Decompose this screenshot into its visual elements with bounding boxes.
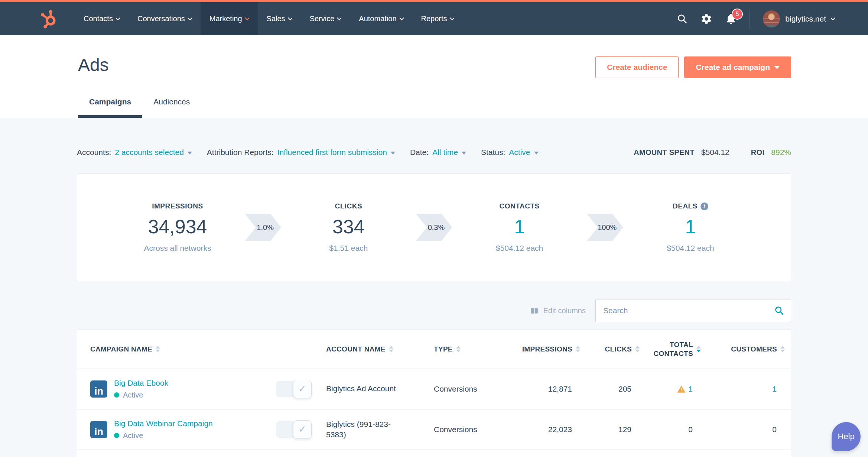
conversion-rate-arrow: 100%	[587, 214, 623, 241]
impressions-cell: 22,023	[519, 425, 586, 434]
rate-value: 100%	[598, 223, 617, 232]
search-icon	[677, 13, 688, 25]
page-header: Ads Create audience Create ad campaign C…	[0, 35, 868, 118]
metric-clicks: CLICKS 334 $1.51 each	[293, 202, 404, 253]
chevron-down-icon	[450, 16, 455, 20]
date-filter-value: All time	[432, 148, 458, 157]
column-header-customers[interactable]: CUSTOMERS	[707, 335, 791, 364]
create-ad-campaign-label: Create ad campaign	[696, 63, 770, 72]
status-filter-value: Active	[509, 148, 530, 157]
settings-button[interactable]	[700, 13, 712, 25]
campaign-active-toggle[interactable]: ✓	[276, 381, 309, 397]
metric-sub: Across all networks	[122, 244, 233, 253]
chevron-down-icon	[288, 16, 293, 20]
linkedin-icon: in	[90, 380, 107, 398]
caret-down-icon	[391, 152, 395, 155]
help-button[interactable]: Help	[832, 422, 861, 451]
metric-sub: $504.12 each	[464, 244, 575, 253]
type-cell: Conversions	[434, 385, 519, 393]
metric-label: IMPRESSIONS	[122, 202, 233, 210]
tab-audiences[interactable]: Audiences	[142, 97, 201, 118]
sort-icon	[389, 346, 393, 352]
edit-columns-label: Edit columns	[543, 307, 586, 315]
gear-icon	[700, 13, 712, 25]
metric-value: 1	[464, 215, 575, 238]
top-nav: Contacts Conversations Marketing Sales S…	[0, 0, 868, 35]
nav-item-service[interactable]: Service	[301, 2, 350, 35]
column-header-clicks[interactable]: CLICKS	[586, 335, 646, 364]
column-header-account-name[interactable]: ACCOUNT NAME	[326, 335, 434, 364]
column-header-toggle	[270, 339, 326, 360]
search-button[interactable]	[677, 13, 688, 25]
campaign-link[interactable]: Big Data Webinar Campaign	[114, 419, 213, 428]
sort-icon	[156, 346, 160, 352]
column-header-campaign-name[interactable]: CAMPAIGN NAME	[77, 335, 270, 364]
status-dot	[114, 433, 119, 438]
column-header-type[interactable]: TYPE	[434, 335, 519, 364]
column-header-total-contacts[interactable]: TOTAL CONTACTS	[646, 330, 707, 369]
account-name-cell: Biglytics (991-823-5383)	[326, 419, 434, 440]
campaign-active-toggle[interactable]: ✓	[276, 421, 309, 438]
create-audience-button[interactable]: Create audience	[595, 56, 679, 78]
chevron-down-icon	[116, 16, 120, 20]
metric-value: 1	[635, 215, 746, 238]
nav-item-label: Sales	[267, 14, 285, 23]
total-contacts-link[interactable]: 1	[688, 385, 693, 393]
nav-item-reports[interactable]: Reports	[412, 2, 463, 35]
date-filter-label: Date:	[410, 148, 429, 157]
metric-deals: DEALS i 1 $504.12 each	[635, 202, 746, 253]
amount-spent-label: AMOUNT SPENT	[634, 148, 695, 157]
clicks-cell: 129	[586, 425, 646, 434]
metric-impressions: IMPRESSIONS 34,934 Across all networks	[122, 202, 233, 253]
tab-campaigns[interactable]: Campaigns	[78, 97, 142, 118]
date-filter[interactable]: Date: All time	[410, 148, 466, 157]
columns-icon	[530, 306, 539, 315]
roi-label: ROI	[751, 148, 764, 157]
status-filter[interactable]: Status: Active	[481, 148, 539, 157]
metric-sub: $1.51 each	[293, 244, 404, 253]
column-header-impressions[interactable]: IMPRESSIONS	[519, 335, 586, 364]
sprocket-icon	[39, 8, 60, 30]
metric-value: 34,934	[122, 215, 233, 238]
customers-cell: 0	[707, 425, 791, 434]
linkedin-icon: in	[90, 421, 107, 438]
search-icon[interactable]	[774, 305, 784, 316]
status-filter-label: Status:	[481, 148, 505, 157]
edit-columns-button[interactable]: Edit columns	[530, 306, 586, 315]
attribution-filter[interactable]: Attribution Reports: Influenced first fo…	[207, 148, 395, 157]
nav-item-contacts[interactable]: Contacts	[75, 2, 129, 35]
notifications-button[interactable]: 5	[725, 13, 737, 25]
campaign-link[interactable]: Big Data Ebook	[114, 379, 168, 388]
caret-down-icon	[462, 152, 466, 155]
customers-cell[interactable]: 1	[707, 385, 791, 393]
roi-value: 892%	[771, 148, 791, 157]
attribution-filter-label: Attribution Reports:	[207, 148, 274, 157]
chevron-down-icon	[245, 16, 250, 20]
metric-label: DEALS	[673, 202, 698, 210]
status-text: Active	[123, 391, 143, 399]
create-ad-campaign-button[interactable]: Create ad campaign	[684, 56, 791, 78]
avatar	[763, 10, 780, 27]
chevron-down-icon	[830, 16, 835, 20]
tab-bar: Campaigns Audiences	[78, 97, 201, 118]
amount-spent-value: $504.12	[701, 148, 729, 157]
chevron-down-icon	[188, 16, 192, 20]
table-search-input[interactable]	[595, 299, 791, 322]
nav-item-automation[interactable]: Automation	[350, 2, 412, 35]
caret-down-icon	[188, 152, 192, 155]
attribution-filter-value: Influenced first form submission	[277, 148, 387, 157]
metric-contacts: CONTACTS 1 $504.12 each	[464, 202, 575, 253]
nav-item-conversations[interactable]: Conversations	[129, 2, 201, 35]
caret-down-icon	[774, 66, 780, 69]
hubspot-logo[interactable]	[0, 2, 75, 35]
nav-item-sales[interactable]: Sales	[258, 2, 301, 35]
nav-divider	[750, 9, 750, 29]
accounts-filter[interactable]: Accounts: 2 accounts selected	[77, 148, 192, 157]
info-icon[interactable]: i	[700, 202, 708, 210]
filter-bar: Accounts: 2 accounts selected Attributio…	[77, 148, 791, 157]
notification-badge[interactable]: 5	[732, 9, 743, 20]
nav-item-label: Contacts	[84, 14, 113, 23]
warning-icon[interactable]: !	[677, 386, 685, 393]
nav-item-marketing[interactable]: Marketing	[201, 2, 258, 35]
account-menu[interactable]: biglytics.net	[763, 10, 835, 27]
